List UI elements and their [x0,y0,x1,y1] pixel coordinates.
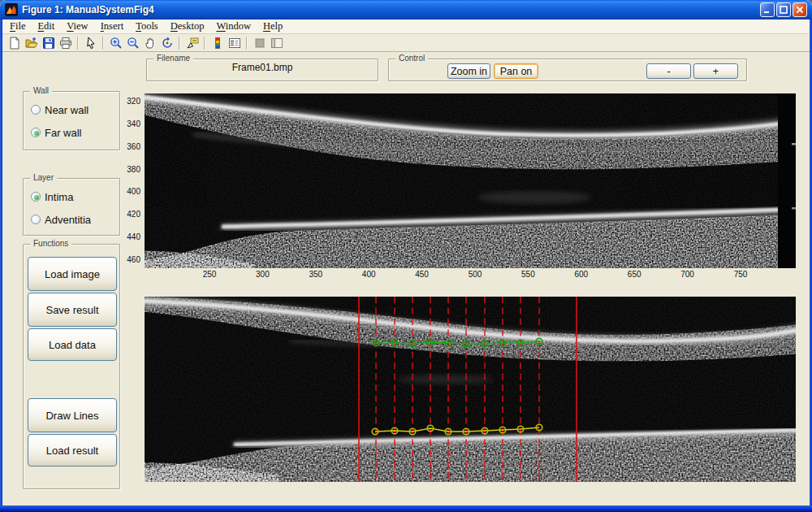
y-tick-460: 460 [114,255,140,264]
menu-help[interactable]: Help [260,20,292,33]
radio-near-wall[interactable]: Near wall [31,103,89,116]
zoom-in-button[interactable]: Zoom in [447,63,490,79]
x-tick-400: 400 [352,270,385,279]
menu-insert[interactable]: Insert [97,20,132,33]
zoom-in-button[interactable] [107,35,124,51]
radio-adventitia[interactable]: Adventitia [31,213,91,226]
x-tick-600: 600 [565,270,598,279]
layer-panel: Layer IntimaAdventitia [23,178,120,236]
data-cursor-button[interactable] [184,35,201,51]
save-figure-button[interactable] [40,35,57,51]
show-plot-tools-icon [270,37,283,50]
window-border-bottom [0,505,812,512]
menu-file[interactable]: File [6,20,34,33]
radio-intima-label: Intima [45,191,73,203]
show-plot-tools-button[interactable] [268,35,285,51]
menu-desktop[interactable]: Desktop [167,20,214,33]
x-tick-250: 250 [193,270,226,279]
decrease-button[interactable]: - [646,63,691,79]
insert-legend-button[interactable] [226,35,243,51]
radio-far-wall[interactable]: Far wall [31,126,82,139]
rotate-3d-button[interactable] [158,35,175,51]
ultrasound-image-bottom[interactable] [145,297,796,482]
x-tick-450: 450 [406,270,438,279]
toolbar-separator [204,37,205,50]
maximize-icon [780,6,788,14]
x-tick-750: 750 [724,270,757,279]
zoom-out-button[interactable] [124,35,141,51]
pointer-button[interactable] [82,35,99,51]
wall-panel: Wall Near wallFar wall [23,91,120,150]
rotate-3d-icon [161,37,174,50]
filename-panel: Filename Frame01.bmp [146,59,378,81]
minimize-icon [763,6,771,14]
load-data-button[interactable]: Load data [28,328,117,361]
maximize-button[interactable] [776,2,791,17]
wall-panel-label: Wall [30,86,52,96]
insert-colorbar-button[interactable] [209,35,226,51]
draw-lines-button[interactable]: Draw Lines [28,398,117,432]
insert-legend-icon [228,37,241,50]
load-image-button[interactable]: Load image [28,257,117,291]
pan-on-button[interactable]: Pan on [494,63,538,79]
upper-wall-trace-line[interactable] [376,341,539,344]
x-tick-350: 350 [300,270,332,279]
radio-intima[interactable]: Intima [31,190,73,203]
matlab-icon [5,3,18,16]
zoom-in-icon [110,37,123,50]
y-tick-380: 380 [114,165,140,174]
minimize-button[interactable] [760,2,775,17]
print-figure-button[interactable] [57,35,74,51]
y-tick-400: 400 [114,187,140,196]
ultrasound-image-top[interactable] [145,93,796,268]
open-folder-icon [25,37,38,50]
pan-hand-button[interactable] [141,35,158,51]
save-figure-icon [42,37,55,50]
lower-wall-trace-line[interactable] [375,427,539,432]
radio-adventitia-indicator[interactable] [31,215,41,224]
y-tick-420: 420 [114,210,140,219]
figure-client-area: Filename Frame01.bmp Control Zoom in Pan… [2,52,810,505]
pointer-icon [84,37,97,50]
increase-button[interactable]: + [693,63,738,79]
layer-panel-label: Layer [30,173,57,183]
radio-intima-indicator[interactable] [31,192,41,202]
toolbar-separator [77,37,79,50]
close-button[interactable] [793,2,807,17]
load-result-button[interactable]: Load result [28,434,117,466]
save-result-button[interactable]: Save result [28,293,117,327]
toolbar-separator [102,37,104,50]
functions-panel: Functions Load imageSave resultLoad data… [23,244,120,489]
menu-window[interactable]: Window [213,20,260,33]
figure-window: Figure 1: ManualSystemFig4 FileEditViewI… [0,0,812,512]
menu-bar: FileEditViewInsertToolsDesktopWindowHelp [2,20,810,34]
annotation-overlay[interactable] [145,297,796,482]
toolbar [2,34,810,52]
hide-plot-tools-button[interactable] [251,35,268,51]
menu-edit[interactable]: Edit [34,20,63,33]
y-tick-320: 320 [114,97,140,106]
x-tick-500: 500 [459,270,491,279]
y-tick-440: 440 [114,232,140,241]
toolbar-separator [246,37,248,50]
zoom-out-icon [127,37,140,50]
open-folder-button[interactable] [23,35,40,51]
pan-hand-icon [144,37,157,50]
title-bar[interactable]: Figure 1: ManualSystemFig4 [0,0,812,20]
radio-far-wall-indicator[interactable] [31,128,41,137]
menu-view[interactable]: View [63,20,97,33]
hide-plot-tools-icon [253,37,266,50]
menu-tools[interactable]: Tools [132,20,167,33]
new-document-button[interactable] [6,35,23,51]
x-tick-700: 700 [672,270,704,279]
ultrasound-top-art [145,93,796,268]
insert-colorbar-icon [211,37,224,50]
radio-near-wall-indicator[interactable] [31,105,41,115]
y-tick-340: 340 [114,119,140,128]
window-title: Figure 1: ManualSystemFig4 [22,4,758,15]
radio-near-wall-label: Near wall [45,104,89,116]
radio-adventitia-label: Adventitia [45,214,91,226]
radio-far-wall-label: Far wall [45,127,82,139]
control-panel-label: Control [395,54,428,63]
print-figure-icon [59,37,72,50]
